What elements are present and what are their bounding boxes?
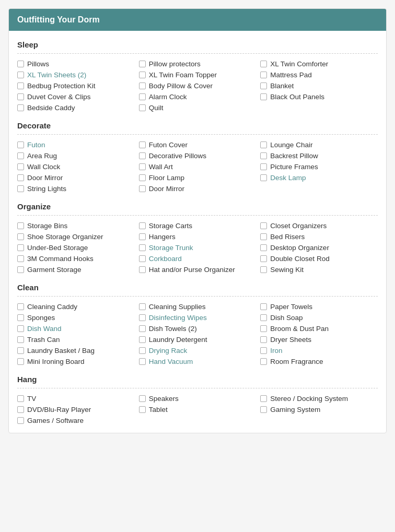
item-checkbox[interactable] — [260, 347, 267, 354]
item-label[interactable]: Storage Trunk — [149, 244, 193, 252]
item-label[interactable]: Futon — [27, 141, 45, 149]
item-checkbox[interactable] — [260, 72, 267, 78]
list-item: Hangers — [139, 233, 257, 241]
item-label: Bed Risers — [270, 233, 305, 241]
item-checkbox[interactable] — [139, 93, 146, 100]
item-checkbox[interactable] — [17, 244, 24, 251]
item-checkbox[interactable] — [139, 244, 146, 251]
item-checkbox[interactable] — [17, 358, 24, 365]
item-checkbox[interactable] — [17, 417, 24, 424]
section-decorate: DecorateFutonFuton CoverLounge ChairArea… — [17, 121, 378, 193]
item-checkbox[interactable] — [260, 82, 267, 89]
item-checkbox[interactable] — [139, 336, 146, 343]
item-checkbox[interactable] — [17, 406, 24, 413]
item-label: Under-Bed Storage — [27, 244, 88, 252]
item-checkbox[interactable] — [17, 336, 24, 343]
item-checkbox[interactable] — [139, 104, 146, 111]
main-card: Outfitting Your Dorm SleepPillowsPillow … — [8, 8, 387, 433]
list-item: Bed Risers — [260, 233, 378, 241]
section-clean: CleanCleaning CaddyCleaning SuppliesPape… — [17, 283, 378, 365]
item-checkbox[interactable] — [260, 93, 267, 100]
item-checkbox[interactable] — [260, 266, 267, 273]
item-checkbox[interactable] — [17, 174, 24, 181]
item-label[interactable]: Drying Rack — [149, 347, 188, 354]
item-checkbox[interactable] — [17, 233, 24, 240]
item-checkbox[interactable] — [17, 222, 24, 229]
list-item: Speakers — [139, 395, 257, 403]
item-checkbox[interactable] — [17, 266, 24, 273]
item-checkbox[interactable] — [260, 244, 267, 251]
item-checkbox[interactable] — [17, 314, 24, 321]
list-item: Mattress Pad — [260, 71, 378, 79]
item-checkbox[interactable] — [17, 163, 24, 170]
item-checkbox[interactable] — [260, 336, 267, 343]
list-item: Room Fragrance — [260, 358, 378, 365]
items-grid-sleep: PillowsPillow protectorsXL Twin Comforte… — [17, 60, 378, 112]
item-checkbox[interactable] — [260, 152, 267, 159]
item-checkbox[interactable] — [260, 358, 267, 365]
item-label[interactable]: Iron — [270, 347, 282, 354]
item-checkbox[interactable] — [17, 255, 24, 262]
item-checkbox[interactable] — [260, 303, 267, 310]
item-checkbox[interactable] — [260, 406, 267, 413]
item-checkbox[interactable] — [260, 222, 267, 229]
list-item: Drying Rack — [139, 347, 257, 354]
item-checkbox[interactable] — [139, 395, 146, 402]
item-checkbox[interactable] — [139, 82, 146, 89]
item-label: XL Twin Foam Topper — [149, 71, 217, 79]
item-label[interactable]: XL Twin Sheets (2) — [27, 71, 86, 79]
item-checkbox[interactable] — [139, 347, 146, 354]
item-checkbox[interactable] — [260, 163, 267, 170]
item-checkbox[interactable] — [139, 61, 146, 67]
item-label: Bedbug Protection Kit — [27, 82, 96, 90]
item-checkbox[interactable] — [139, 163, 146, 170]
item-checkbox[interactable] — [17, 72, 24, 78]
item-checkbox[interactable] — [17, 303, 24, 310]
item-label[interactable]: Desk Lamp — [270, 174, 306, 182]
item-checkbox[interactable] — [17, 347, 24, 354]
page-title: Outfitting Your Dorm — [17, 15, 100, 24]
list-item: Decorative Pillows — [139, 152, 257, 160]
item-checkbox[interactable] — [17, 152, 24, 159]
item-label[interactable]: Disinfecting Wipes — [149, 314, 207, 322]
item-checkbox[interactable] — [139, 406, 146, 413]
item-checkbox[interactable] — [17, 104, 24, 111]
item-checkbox[interactable] — [260, 141, 267, 148]
item-checkbox[interactable] — [139, 314, 146, 321]
item-checkbox[interactable] — [17, 141, 24, 148]
item-checkbox[interactable] — [139, 72, 146, 78]
item-label[interactable]: Hand Vacuum — [149, 358, 193, 365]
item-checkbox[interactable] — [260, 255, 267, 262]
item-checkbox[interactable] — [139, 141, 146, 148]
item-label[interactable]: Dish Wand — [27, 325, 62, 333]
item-checkbox[interactable] — [139, 152, 146, 159]
item-checkbox[interactable] — [17, 325, 24, 332]
item-checkbox[interactable] — [260, 314, 267, 321]
item-checkbox[interactable] — [139, 303, 146, 310]
item-label: Desktop Organizer — [270, 244, 329, 252]
item-checkbox[interactable] — [139, 185, 146, 192]
item-checkbox[interactable] — [260, 174, 267, 181]
item-checkbox[interactable] — [17, 82, 24, 89]
item-checkbox[interactable] — [139, 222, 146, 229]
item-label: Pillow protectors — [149, 60, 201, 68]
section-divider-sleep — [17, 53, 378, 54]
item-checkbox[interactable] — [17, 93, 24, 100]
item-checkbox[interactable] — [139, 266, 146, 273]
item-checkbox[interactable] — [17, 185, 24, 192]
item-checkbox[interactable] — [17, 395, 24, 402]
list-item: Trash Can — [17, 336, 135, 344]
item-checkbox[interactable] — [139, 358, 146, 365]
list-item: Dish Soap — [260, 314, 378, 322]
item-checkbox[interactable] — [260, 233, 267, 240]
item-checkbox[interactable] — [139, 255, 146, 262]
item-checkbox[interactable] — [260, 61, 267, 67]
item-checkbox[interactable] — [17, 61, 24, 67]
item-checkbox[interactable] — [260, 325, 267, 332]
item-checkbox[interactable] — [139, 325, 146, 332]
item-checkbox[interactable] — [139, 174, 146, 181]
list-item: Dish Towels (2) — [139, 325, 257, 333]
item-checkbox[interactable] — [139, 233, 146, 240]
item-label[interactable]: Corkboard — [149, 255, 182, 263]
item-checkbox[interactable] — [260, 395, 267, 402]
